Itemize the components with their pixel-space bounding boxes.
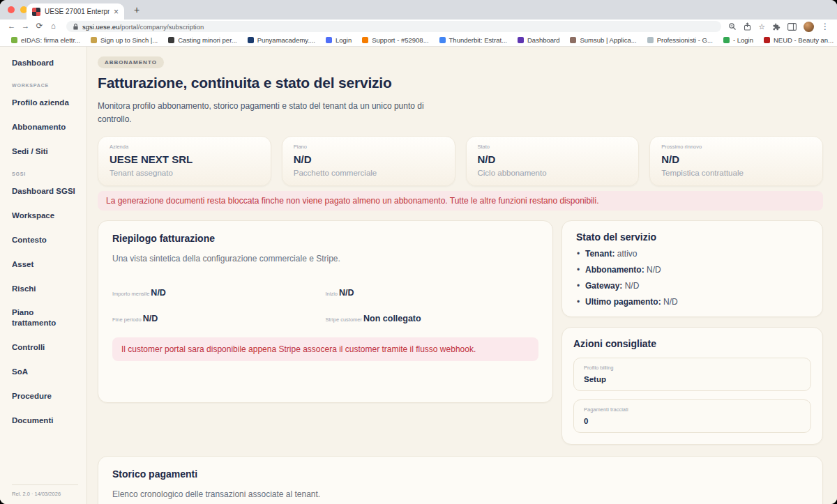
service-status-title: Stato del servizio [576,231,808,243]
bookmark-label: Casting minori per... [178,36,236,44]
status-item-tenant: Tenant: attivo [576,249,808,259]
actions-title: Azioni consigliate [573,338,811,349]
side-panel-icon[interactable] [787,23,797,31]
zoom-icon[interactable] [728,22,737,31]
bookmark-favicon [518,37,524,43]
bookmark-favicon [326,37,332,43]
home-button[interactable]: ⌂ [47,22,59,31]
status-item-gateway: Gateway: N/D [576,281,808,291]
bookmark-item[interactable]: Support - #52908... [357,35,433,45]
url-path: /portal/company/subscription [119,23,204,31]
sidebar-item-dashboard[interactable]: Dashboard [12,58,81,68]
extensions-puzzle-icon[interactable] [772,22,781,31]
tab-close-icon[interactable]: × [114,8,119,16]
sidebar-item-documenti[interactable]: Documenti [12,415,81,426]
bookmark-label: eIDAS: firma elettr... [21,36,80,44]
sidebar-item-profilo-azienda[interactable]: Profilo azienda [12,98,81,108]
bookmark-label: Sumsub | Applica... [580,36,636,44]
sidebar-item-dashboard-sgsi[interactable]: Dashboard SGSI [12,186,81,197]
stat-card-prossimo-rinnovo: Prossimo rinnovo N/D Tempistica contratt… [649,136,823,186]
reload-button[interactable]: ⟳ [33,22,45,31]
right-column: Stato del servizio Tenant: attivo Abbona… [561,220,823,445]
lock-icon [73,23,79,31]
browser-menu-icon[interactable]: ⋮ [821,22,829,31]
status-item-abbonamento: Abbonamento: N/D [576,265,808,275]
bookmark-item[interactable]: NEUD - Beauty an... [759,35,837,45]
bookmark-label: Dashboard [527,36,559,44]
billing-subtitle: Una vista sintetica della configurazione… [112,254,538,264]
sidebar-item-piano-trattamento[interactable]: Piano trattamento [12,307,69,328]
bookmark-star-icon[interactable]: ☆ [758,23,765,31]
stat-label: Stato [478,144,628,150]
sidebar-item-asset[interactable]: Asset [12,259,81,270]
bookmark-label: Thunderbit: Estrat... [449,36,507,44]
billing-title: Riepilogo fatturazione [112,233,538,244]
payment-block-warning: La generazione documenti resta bloccata … [98,191,823,211]
action-pagamenti-tracciati[interactable]: Pagamenti tracciati 0 [573,399,811,433]
forward-button[interactable]: → [20,22,31,31]
bookmark-label: NEUD - Beauty an... [774,36,834,44]
stat-card-azienda: Azienda UESE NEXT SRL Tenant assegnato [98,136,271,186]
app-root: Dashboard WORKSPACE Profilo azienda Abbo… [0,47,837,504]
sidebar-section-workspace: WORKSPACE [12,83,81,88]
new-tab-button[interactable]: + [134,4,140,15]
bookmark-item[interactable]: Thunderbit: Estrat... [435,35,512,45]
billing-fields: Importo mensileN/D InizioN/D Fine period… [112,286,538,324]
close-window-button[interactable] [8,6,15,13]
stat-card-stato: Stato N/D Ciclo abbonamento [466,136,640,186]
bookmark-item[interactable]: eIDAS: firma elettr... [6,35,85,45]
bookmark-item[interactable]: Sign up to Sinch |... [86,35,163,45]
bookmark-favicon [439,37,446,43]
stat-cards-row: Azienda UESE NEXT SRL Tenant assegnato P… [98,136,823,186]
bookmark-item[interactable]: - Login [718,35,758,45]
sidebar-item-workspace[interactable]: Workspace [12,211,81,221]
bookmark-favicon [362,37,368,43]
sidebar-section-sgsi: SGSI [12,171,81,176]
sidebar-item-sedi-siti[interactable]: Sedi / Siti [12,146,81,157]
profile-avatar[interactable] [804,22,814,32]
bookmark-favicon [723,37,730,43]
stat-value: N/D [661,153,811,165]
bookmark-label: Punyamacademy.... [257,36,315,44]
browser-tab[interactable]: UESE 27001 Enterprise × [27,3,124,20]
bookmarks-bar: eIDAS: firma elettr... Sign up to Sinch … [0,33,837,47]
service-status-card: Stato del servizio Tenant: attivo Abbona… [561,220,823,317]
stat-label: Azienda [110,144,259,150]
toolbar-actions: ☆ ⋮ [728,22,831,32]
bookmark-item[interactable]: Sumsub | Applica... [565,35,641,45]
bookmark-favicon [570,37,576,43]
payments-history-card: Storico pagamenti Elenco cronologico del… [98,456,823,504]
bookmark-item[interactable]: Professionisti - G... [642,35,718,45]
bookmark-item[interactable]: Punyamacademy.... [243,35,320,45]
back-button[interactable]: ← [6,22,17,31]
bookmark-favicon [91,37,97,43]
stat-sub: Ciclo abbonamento [478,169,628,177]
bookmark-item[interactable]: Login [321,35,356,45]
address-bar[interactable]: sgsi.uese.eu/portal/company/subscription [66,21,721,32]
billing-summary-card: Riepilogo fatturazione Una vista sinteti… [98,220,553,403]
sidebar-item-abbonamento[interactable]: Abbonamento [12,122,81,132]
sidebar-item-procedure[interactable]: Procedure [12,391,81,402]
share-icon[interactable] [744,22,751,31]
action-profilo-billing[interactable]: Profilo billing Setup [573,358,811,391]
bookmark-favicon [248,37,254,43]
stat-card-piano: Piano N/D Pacchetto commerciale [282,136,455,186]
tab-strip: UESE 27001 Enterprise × + [0,0,837,20]
bookmark-favicon [764,37,770,43]
bookmark-item[interactable]: Dashboard [513,35,564,45]
bookmark-label: Support - #52908... [372,36,428,44]
recommended-actions-card: Azioni consigliate Profilo billing Setup… [561,327,823,445]
sidebar-item-contesto[interactable]: Contesto [12,235,81,245]
sidebar: Dashboard WORKSPACE Profilo azienda Abbo… [0,47,87,504]
billing-field-fine-periodo: Fine periodoN/D [112,312,326,324]
bookmark-item[interactable]: Casting minori per... [163,35,241,45]
sidebar-item-soa[interactable]: SoA [12,367,81,377]
bookmark-favicon [168,37,174,43]
sidebar-item-rischi[interactable]: Rischi [12,284,81,294]
billing-field-inizio: InizioN/D [326,286,539,298]
url-domain: sgsi.uese.eu [82,23,119,31]
sidebar-item-controlli[interactable]: Controlli [12,342,81,353]
page-badge: ABBONAMENTO [98,56,164,68]
stripe-portal-alert: Il customer portal sara disponibile appe… [112,337,538,361]
billing-field-importo-mensile: Importo mensileN/D [112,286,326,298]
